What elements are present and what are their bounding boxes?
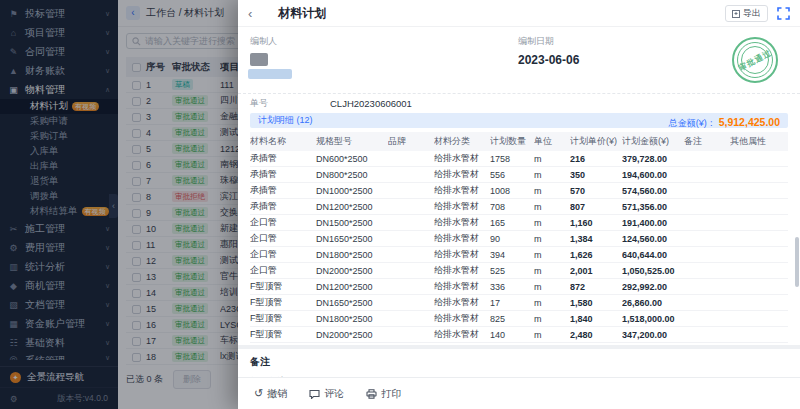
material-category: 给排水管材 xyxy=(434,328,490,341)
material-spec: DN1650*2500 xyxy=(316,234,388,244)
plan-detail-card: 编制人 编制日期 2023-06-06 审批通过 单号 xyxy=(238,27,800,345)
drawer-back-icon[interactable]: ‹ xyxy=(248,7,252,20)
plan-price: 350 xyxy=(570,170,622,180)
date-field: 编制日期 2023-06-06 xyxy=(518,35,579,87)
remark-value: 暂无备注 xyxy=(250,375,788,377)
material-category: 给排水管材 xyxy=(434,200,490,213)
material-spec: DN1800*2500 xyxy=(316,250,388,260)
column-header: 其他属性 xyxy=(730,135,788,148)
plan-amount: 191,400.00 xyxy=(622,218,684,228)
plan-amount: 194,600.00 xyxy=(622,170,684,180)
unit: m xyxy=(534,250,570,260)
plan-amount: 574,560.00 xyxy=(622,186,684,196)
material-spec: DN2000*2500 xyxy=(316,266,388,276)
material-row: 企口管 DN2000*2500 给排水管材 525 m 2,001 1,050,… xyxy=(250,263,788,279)
drawer-footer: ↺ 撤销 评论 打印 xyxy=(238,377,800,409)
material-spec: DN600*2500 xyxy=(316,154,388,164)
material-name: F型顶管 xyxy=(250,328,316,341)
material-name: 承插管 xyxy=(250,168,316,181)
total-amount-value: 5,912,425.00 xyxy=(719,116,780,128)
drawer-body: 编制人 编制日期 2023-06-06 审批通过 单号 xyxy=(238,27,800,377)
plan-quantity: 394 xyxy=(490,250,534,260)
material-spec: DN1200*2500 xyxy=(316,282,388,292)
material-row: F型顶管 DN2000*2500 给排水管材 140 m 2,480 347,2… xyxy=(250,327,788,343)
unit: m xyxy=(534,218,570,228)
plan-amount: 640,644.00 xyxy=(622,250,684,260)
undo-button[interactable]: ↺ 撤销 xyxy=(254,387,287,401)
column-header: 品牌 xyxy=(388,135,434,148)
material-name: 企口管 xyxy=(250,264,316,277)
material-category: 给排水管材 xyxy=(434,168,490,181)
plan-quantity: 140 xyxy=(490,330,534,340)
material-category: 给排水管材 xyxy=(434,296,490,309)
detail-count-label: 计划明细 (12) xyxy=(258,114,313,127)
material-spec: DN2000*2500 xyxy=(316,330,388,340)
unit: m xyxy=(534,154,570,164)
plan-quantity: 165 xyxy=(490,218,534,228)
material-name: 承插管 xyxy=(250,152,316,165)
unit: m xyxy=(534,234,570,244)
fullscreen-icon[interactable] xyxy=(777,7,790,20)
material-category: 给排水管材 xyxy=(434,184,490,197)
plan-price: 2,480 xyxy=(570,330,622,340)
material-category: 给排水管材 xyxy=(434,216,490,229)
plan-quantity: 90 xyxy=(490,234,534,244)
undo-label: 撤销 xyxy=(267,387,287,401)
export-button[interactable]: 导出 xyxy=(725,5,768,22)
plan-quantity: 708 xyxy=(490,202,534,212)
material-row: 企口管 DN1500*2500 给排水管材 165 m 1,160 191,40… xyxy=(250,215,788,231)
scrollbar-thumb[interactable] xyxy=(795,237,799,287)
plan-price: 1,384 xyxy=(570,234,622,244)
plan-amount: 1,050,525.00 xyxy=(622,266,684,276)
creator-redacted-name xyxy=(248,69,292,79)
creator-field: 编制人 xyxy=(250,35,518,87)
material-spec: DN1000*2500 xyxy=(316,186,388,196)
export-icon xyxy=(732,9,740,18)
plan-quantity: 525 xyxy=(490,266,534,276)
plan-price: 1,160 xyxy=(570,218,622,228)
comment-button[interactable]: 评论 xyxy=(309,387,344,401)
drawer-title: 材料计划 xyxy=(278,5,326,22)
creator-redacted-avatar xyxy=(250,53,268,66)
unit: m xyxy=(534,202,570,212)
material-row: 企口管 DN1800*2500 给排水管材 394 m 1,626 640,64… xyxy=(250,247,788,263)
material-row: F型顶管 DN1800*2500 给排水管材 825 m 1,840 1,518… xyxy=(250,311,788,327)
column-header: 计划单价(¥) xyxy=(570,135,622,148)
unit: m xyxy=(534,266,570,276)
material-row: 承插管 DN600*2500 给排水管材 1758 m 216 379,728.… xyxy=(250,151,788,167)
unit: m xyxy=(534,330,570,340)
material-table: 材料名称 规格型号 品牌 材料分类 计划数量 单位 计划单价(¥) 计划金额(¥… xyxy=(250,132,788,343)
material-category: 给排水管材 xyxy=(434,152,490,165)
column-header: 材料名称 xyxy=(250,135,316,148)
total-amount-label: 总金额(¥)： xyxy=(669,118,716,128)
export-label: 导出 xyxy=(743,7,761,20)
material-row: 承插管 DN800*2500 给排水管材 556 m 350 194,600.0… xyxy=(250,167,788,183)
plan-amount: 292,992.00 xyxy=(622,282,684,292)
column-header: 计划数量 xyxy=(490,135,534,148)
material-row: F型顶管 DN1200*2500 给排水管材 336 m 872 292,992… xyxy=(250,279,788,295)
material-spec: DN1200*2500 xyxy=(316,202,388,212)
material-name: 企口管 xyxy=(250,216,316,229)
plan-amount: 571,356.00 xyxy=(622,202,684,212)
plan-price: 872 xyxy=(570,282,622,292)
material-row: 企口管 DN1650*2500 给排水管材 90 m 1,384 124,560… xyxy=(250,231,788,247)
plan-price: 2,001 xyxy=(570,266,622,276)
print-button[interactable]: 打印 xyxy=(366,387,401,401)
column-header: 单位 xyxy=(534,135,570,148)
material-category: 给排水管材 xyxy=(434,280,490,293)
column-header: 备注 xyxy=(684,135,730,148)
unit: m xyxy=(534,314,570,324)
plan-price: 1,626 xyxy=(570,250,622,260)
detail-summary-bar: 计划明细 (12) 总金额(¥)：5,912,425.00 xyxy=(250,113,788,128)
approval-stamp: 审批通过 xyxy=(732,37,778,83)
material-spec: DN1800*2500 xyxy=(316,314,388,324)
material-spec: DN1500*2500 xyxy=(316,218,388,228)
material-category: 给排水管材 xyxy=(434,312,490,325)
plan-quantity: 1008 xyxy=(490,186,534,196)
plan-price: 570 xyxy=(570,186,622,196)
material-table-header: 材料名称 规格型号 品牌 材料分类 计划数量 单位 计划单价(¥) 计划金额(¥… xyxy=(250,132,788,151)
plan-price: 807 xyxy=(570,202,622,212)
print-icon xyxy=(366,389,377,399)
plan-quantity: 336 xyxy=(490,282,534,292)
date-label: 编制日期 xyxy=(518,35,579,48)
